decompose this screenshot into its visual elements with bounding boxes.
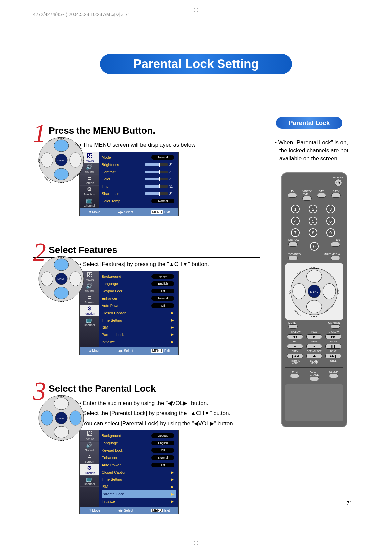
bottom-add: ADD/ ERASE	[310, 370, 319, 381]
source-video: VIDEO/DVD	[302, 190, 312, 201]
step-2-bullet-0: Select [Features] by pressing the "▲CH▼"…	[79, 261, 260, 268]
svg-text:CH▲: CH▲	[58, 395, 64, 398]
step-2: 2 Select Features MENU CH▲ CH▼ Select [F…	[33, 236, 260, 355]
media-pause: PAUSE	[325, 340, 341, 343]
svg-text:MENU: MENU	[57, 417, 65, 420]
media-stop: STOP	[306, 340, 322, 343]
svg-point-16	[54, 259, 69, 271]
remote-blank-panel	[285, 384, 343, 421]
svg-point-19	[70, 272, 81, 286]
svg-text:VOL: VOL	[289, 290, 291, 295]
media-still: STILL	[325, 360, 341, 364]
source-sat: SAT	[317, 190, 326, 201]
num-4-button: 4	[291, 217, 300, 225]
osd-category-channel: 📺Channel	[80, 197, 99, 208]
svg-text:CH▲: CH▲	[311, 266, 317, 269]
num-6-button: 6	[326, 217, 335, 225]
osd-row-language: LanguageEnglish	[102, 439, 176, 447]
osd-row-enhancer: EnhancerNormal	[102, 295, 176, 302]
svg-text:VOL: VOL	[82, 159, 85, 163]
num-0-button: 0	[310, 242, 318, 251]
media--: ▶▶❙	[325, 354, 341, 358]
page-title-pill: Parental Lock Setting	[100, 54, 292, 74]
osd-row-ism: ISM▶	[102, 483, 176, 490]
osd-row-auto-power: Auto PowerOff	[102, 302, 176, 309]
registration-mark-bottom	[192, 539, 200, 547]
osd-category-channel: 📺Channel	[80, 476, 99, 487]
num-8-button: 8	[309, 228, 317, 237]
osd-footer: ⇕ Move◀▶ SelectMENU Exit	[80, 507, 178, 514]
media--: ❚❚	[325, 344, 341, 349]
media-f-f-slow: F.F/SLOW	[325, 331, 341, 333]
display-label: DISPLAY	[288, 238, 299, 241]
osd-row-parental-lock: Parental Lock▶	[102, 490, 176, 498]
media-open-close: OPEN/CLOSE	[306, 350, 322, 352]
osd-row-time-setting: Time Setting▶	[102, 476, 176, 483]
step-3-bullet-1: Select the [Parental Lock] by pressing t…	[79, 410, 260, 417]
display-button	[288, 242, 298, 247]
num-3-button: 3	[326, 205, 335, 213]
svg-point-35	[307, 300, 322, 313]
osd-row-background: BackgroundOpaque	[102, 273, 176, 280]
mute-button	[288, 324, 298, 329]
remote-illustration: POWER ⏻ TVVIDEO/DVDSATCATV 123456789 DIS…	[281, 172, 347, 427]
power-button: ⏻	[335, 179, 342, 186]
osd-row-sharpness: Sharpness31	[102, 190, 176, 197]
num-9-button: 9	[326, 228, 335, 237]
osd-row-initialize: Initialize▶	[102, 498, 176, 505]
tvvideo-label: TV/VIDEO	[288, 253, 301, 256]
svg-point-36	[293, 284, 305, 299]
step-3: 3 Select the Parental Lock MENU CH▲ CH▼ …	[33, 375, 260, 514]
osd-category-sound: 🔊Sound	[80, 442, 99, 453]
svg-text:CH▲: CH▲	[58, 137, 64, 140]
svg-text:PREV CH: PREV CH	[294, 310, 301, 316]
osd-category-channel: 📺Channel	[80, 316, 99, 327]
osd-row-closed-caption: Closed Caption▶	[102, 309, 176, 317]
svg-text:CH▼: CH▼	[58, 439, 64, 442]
media--: ▶▶	[325, 334, 341, 339]
osd-menu-3: 🖼Picture🔊Sound🖥Screen⚙Function📺ChannelBa…	[79, 430, 179, 514]
page-number: 71	[346, 501, 352, 507]
osd-row-time-setting: Time Setting▶	[102, 317, 176, 324]
osd-row-contrast: Contrast31	[102, 168, 176, 176]
dpad-illustration-3: MENU CH▲ CH▼	[36, 393, 86, 443]
caption-button	[331, 324, 340, 329]
osd-row-keypad-lock: Keypad LockOff	[102, 287, 176, 295]
svg-point-27	[41, 411, 53, 425]
osd-row-mode: ModeNormal	[102, 154, 176, 161]
media-picture-mode: PICTURE MODE	[287, 360, 303, 364]
registration-mark-top	[192, 6, 200, 14]
svg-text:MENU: MENU	[57, 159, 65, 162]
svg-text:CH▼: CH▼	[58, 300, 64, 303]
osd-row-tint: Tint31	[102, 183, 176, 190]
osd-category-screen: 🖥Screen	[80, 453, 99, 464]
svg-point-28	[70, 411, 81, 425]
source-tv: TV	[288, 190, 297, 201]
osd-row-enhancer: EnhancerNormal	[102, 454, 176, 461]
dpad-illustration-2: MENU CH▲ CH▼	[36, 254, 86, 304]
media--: ◀◀	[287, 334, 303, 339]
num-1-button: 1	[291, 205, 300, 213]
osd-category-function: ⚙Function	[80, 464, 99, 476]
svg-text:CH▼: CH▼	[58, 181, 64, 184]
media--: ⏏	[306, 354, 322, 358]
media--: ▶	[306, 334, 322, 339]
osd-row-keypad-lock: Keypad LockOff	[102, 447, 176, 454]
power-label: POWER	[333, 176, 343, 179]
osd-row-ism: ISM▶	[102, 324, 176, 331]
num-7-button: 7	[291, 228, 300, 237]
media-rec: REC	[287, 340, 303, 343]
multimedia-button	[331, 256, 340, 260]
media-sound-mode: SOUND MODE	[306, 360, 322, 364]
svg-point-17	[54, 287, 69, 299]
osd-row-brightness: Brightness31	[102, 161, 176, 168]
osd-row-language: LanguageEnglish	[102, 280, 176, 287]
osd-row-color-temp-: Color Temp.Normal	[102, 197, 176, 205]
osd-row-background: BackgroundOpaque	[102, 432, 176, 439]
mute-label: MUTE	[288, 321, 296, 324]
media--: ❙◀◀	[287, 354, 303, 358]
osd-row-auto-power: Auto PowerOff	[102, 461, 176, 469]
media--: ●	[287, 344, 303, 349]
osd-menu-1: 🖼Picture🔊Sound🖥Screen⚙Function📺ChannelMo…	[79, 152, 179, 216]
osd-row-parental-lock: Parental Lock▶	[102, 331, 176, 338]
